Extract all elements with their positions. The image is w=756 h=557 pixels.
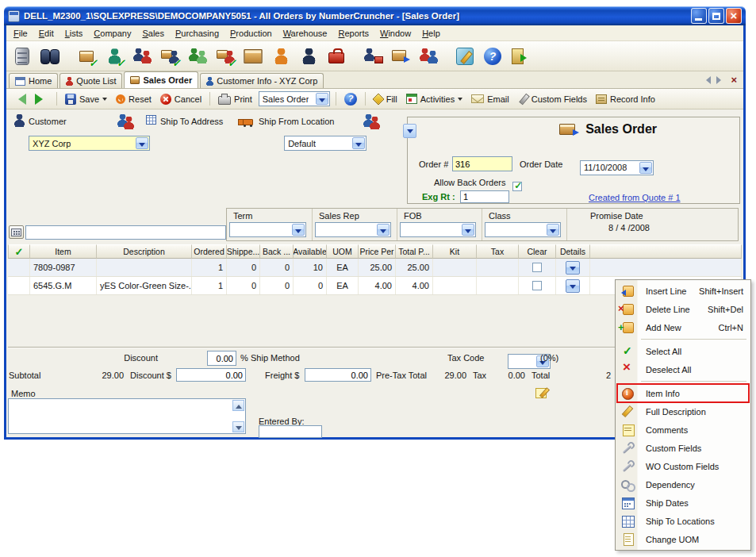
term-combo[interactable] [229, 222, 306, 237]
created-from-quote-link[interactable]: Created from Quote # 1 [589, 193, 681, 202]
column-header-shipped[interactable]: Shippe... [227, 244, 260, 259]
discount-amount-input[interactable] [176, 368, 246, 382]
menu-lists[interactable]: Lists [59, 26, 89, 40]
item-cell[interactable]: 6545.G.M [30, 277, 97, 294]
column-header-kit[interactable]: Kit [433, 244, 477, 259]
description-cell[interactable] [97, 259, 192, 276]
class-combo[interactable] [485, 222, 561, 237]
item-cell[interactable]: 7809-0987 [30, 259, 97, 276]
menu-company[interactable]: Company [88, 26, 136, 40]
item-customers-icon[interactable] [157, 44, 182, 69]
kit-cell[interactable] [433, 259, 477, 276]
nav-forward-button[interactable] [33, 93, 51, 106]
customer-combo[interactable]: XYZ Corp [29, 136, 150, 151]
order-date-combo[interactable]: 11/10/2008 [580, 160, 654, 175]
menu-sales[interactable]: Sales [136, 26, 170, 40]
help-button[interactable] [342, 92, 359, 106]
order-selector-dropdown-icon[interactable] [403, 124, 416, 138]
customers-pair-icon[interactable] [129, 44, 155, 69]
save-button[interactable]: Save [63, 93, 109, 106]
column-header-back[interactable]: Back ... [260, 244, 294, 259]
uom-cell[interactable]: EA [327, 259, 359, 276]
menu-production[interactable]: Production [224, 26, 278, 40]
menu-item-item-info[interactable]: Item Info [617, 384, 749, 402]
clear-checkbox[interactable] [532, 263, 542, 272]
help-icon[interactable] [480, 44, 505, 69]
customer-check-icon[interactable] [102, 44, 127, 69]
row-select-cell[interactable] [8, 259, 30, 276]
menu-item-comments[interactable]: Comments [617, 421, 749, 439]
select-column-header-check-icon[interactable] [8, 244, 30, 259]
custom-fields-button[interactable]: Custom Fields [516, 93, 589, 105]
exit-icon[interactable] [508, 44, 533, 69]
menu-item-custom-fields[interactable]: Custom Fields [617, 439, 749, 457]
email-button[interactable]: Email [469, 94, 512, 105]
items-check-icon[interactable] [74, 44, 99, 69]
memo-scroll-up-button[interactable] [232, 400, 244, 411]
toolbox-icon[interactable] [324, 44, 349, 69]
order-date-arrow-icon[interactable] [639, 162, 652, 174]
tax-cell[interactable] [477, 277, 519, 294]
available-cell[interactable]: 10 [294, 259, 327, 276]
employee-icon[interactable] [296, 44, 321, 69]
nav-back-button[interactable] [10, 93, 29, 106]
shipped-cell[interactable]: 0 [227, 259, 260, 276]
tab-customer-info[interactable]: Customer Info - XYZ Corp [200, 73, 324, 88]
record-info-button[interactable]: Record Info [593, 94, 658, 105]
fob-combo-arrow-icon[interactable] [462, 224, 474, 236]
customers-group-icon[interactable] [416, 44, 441, 69]
customers-transfer-icon[interactable] [185, 44, 210, 69]
discount-pct-input[interactable] [207, 351, 236, 366]
row-select-cell[interactable] [8, 277, 30, 294]
column-header-ordered[interactable]: Ordered [192, 244, 227, 259]
order-number-input[interactable] [452, 156, 512, 171]
column-header-available[interactable]: Available [294, 244, 327, 259]
customer-box-icon[interactable] [360, 44, 386, 69]
menu-warehouse[interactable]: Warehouse [278, 26, 333, 40]
total-price-cell[interactable]: 4.00 [396, 277, 433, 294]
line-item-row[interactable]: 7809-0987 1 0 0 10 EA 25.00 25.00 [8, 259, 742, 277]
column-header-description[interactable]: Description [97, 244, 192, 259]
column-header-details[interactable]: Details [556, 244, 590, 259]
menu-reports[interactable]: Reports [332, 26, 374, 40]
uom-cell[interactable]: EA [327, 277, 359, 294]
price-per-cell[interactable]: 4.00 [359, 277, 396, 294]
kit-cell[interactable] [433, 277, 477, 294]
transfer-box-icon[interactable] [388, 44, 413, 69]
quick-entry-input[interactable] [25, 225, 226, 240]
available-cell[interactable]: 0 [294, 277, 327, 294]
tab-close-icon[interactable] [731, 75, 737, 85]
shipment-box-icon[interactable] [240, 44, 266, 69]
customer-combo-arrow-icon[interactable] [136, 137, 148, 149]
column-header-clear[interactable]: Clear [519, 244, 556, 259]
class-combo-arrow-icon[interactable] [547, 224, 559, 236]
promise-date-value[interactable]: 8 / 4 /2008 [570, 223, 689, 232]
menu-item-full-description[interactable]: Full Description [617, 402, 749, 421]
column-header-price-per[interactable]: Price Per [359, 244, 396, 259]
reset-button[interactable]: Reset [113, 94, 154, 105]
allow-back-orders-checkbox[interactable] [512, 182, 522, 191]
menu-file[interactable]: File [8, 26, 33, 40]
menu-item-wo-custom-fields[interactable]: WO Custom Fields [617, 457, 749, 475]
ordered-cell[interactable]: 1 [192, 259, 227, 276]
menu-item-add-new[interactable]: Add NewCtrl+N [617, 318, 749, 336]
column-header-tax[interactable]: Tax [477, 244, 519, 259]
menu-purchasing[interactable]: Purchasing [170, 26, 224, 40]
item-customers-check-icon[interactable] [213, 44, 238, 69]
vendor-icon[interactable] [268, 44, 294, 69]
back-cell[interactable]: 0 [260, 259, 294, 276]
freight-input[interactable] [305, 368, 371, 382]
column-header-item[interactable]: Item [30, 244, 97, 259]
quick-entry-button[interactable] [9, 225, 24, 239]
details-dropdown-button[interactable] [566, 261, 580, 275]
tab-quote-list[interactable]: Quote List [59, 73, 122, 88]
tax-cell[interactable] [477, 259, 519, 276]
menu-window[interactable]: Window [374, 26, 416, 40]
tab-scroll-left-icon[interactable] [702, 76, 711, 84]
print-button[interactable]: Print [216, 93, 255, 106]
search-binoculars-icon[interactable] [37, 44, 63, 69]
menu-item-insert-line[interactable]: Insert LineShift+Insert [617, 282, 749, 300]
sales-rep-combo-arrow-icon[interactable] [377, 224, 390, 236]
edit-form-icon[interactable] [452, 44, 478, 69]
menu-item-change-uom[interactable]: Change UOM [617, 530, 749, 548]
